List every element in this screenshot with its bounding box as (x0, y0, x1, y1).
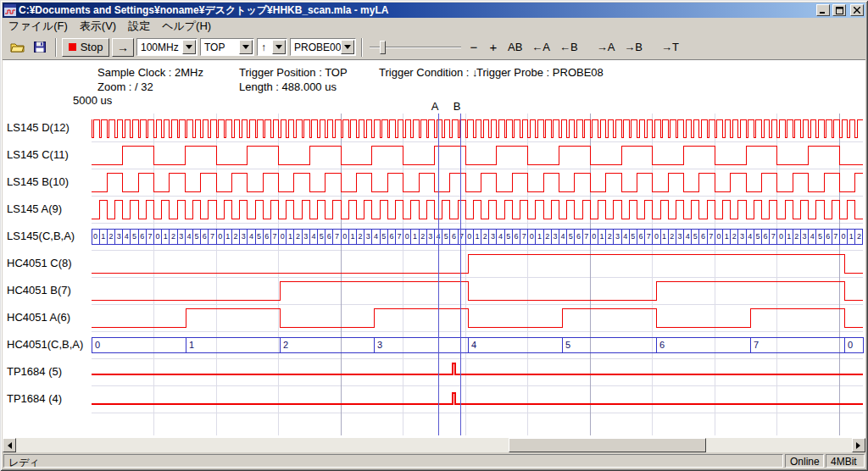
svg-text:1: 1 (288, 232, 292, 241)
svg-text:3: 3 (740, 232, 744, 241)
svg-text:5: 5 (631, 232, 635, 241)
svg-text:B: B (453, 100, 461, 113)
svg-text:4: 4 (686, 232, 690, 241)
svg-text:7: 7 (833, 232, 837, 241)
svg-text:2: 2 (670, 232, 674, 241)
svg-text:6: 6 (826, 232, 830, 241)
svg-text:7: 7 (522, 232, 526, 241)
status-online: Online (785, 454, 824, 468)
svg-text:1: 1 (189, 340, 194, 350)
svg-text:4: 4 (125, 232, 129, 241)
svg-text:4: 4 (498, 232, 503, 241)
svg-text:0: 0 (779, 232, 783, 241)
svg-text:7: 7 (771, 232, 776, 241)
svg-text:6: 6 (659, 340, 665, 350)
svg-text:0: 0 (530, 232, 534, 241)
svg-text:2: 2 (359, 232, 363, 241)
svg-text:6: 6 (203, 232, 207, 241)
scroll-left-button[interactable] (3, 438, 16, 452)
svg-text:0: 0 (842, 232, 846, 241)
svg-text:2: 2 (732, 232, 737, 241)
svg-text:6: 6 (327, 232, 331, 241)
svg-text:5: 5 (132, 232, 136, 241)
svg-text:0: 0 (93, 232, 97, 241)
svg-text:3: 3 (803, 232, 807, 241)
svg-text:3: 3 (615, 232, 620, 241)
scroll-right-button[interactable] (852, 438, 865, 452)
svg-text:7: 7 (398, 232, 402, 241)
app-window: C:¥Documents and Settings¥noname¥デスクトップ¥… (0, 0, 868, 471)
svg-text:3: 3 (377, 340, 382, 350)
svg-text:7: 7 (709, 232, 713, 241)
svg-text:2: 2 (608, 232, 612, 241)
svg-text:2: 2 (171, 232, 175, 241)
svg-text:3: 3 (428, 232, 432, 241)
svg-text:6: 6 (264, 232, 269, 241)
svg-text:4: 4 (374, 232, 378, 241)
svg-text:0: 0 (218, 232, 222, 241)
svg-text:2: 2 (794, 232, 798, 241)
svg-text:2: 2 (857, 232, 861, 241)
svg-text:1: 1 (101, 232, 105, 241)
svg-text:5: 5 (565, 340, 570, 350)
svg-text:4: 4 (186, 232, 191, 241)
svg-text:0: 0 (342, 232, 347, 241)
svg-text:7: 7 (647, 232, 651, 241)
svg-text:0: 0 (848, 340, 853, 350)
svg-text:1: 1 (787, 232, 791, 241)
svg-text:0: 0 (405, 232, 409, 241)
svg-text:2: 2 (545, 232, 549, 241)
svg-text:1: 1 (350, 232, 354, 241)
scrollbar-track[interactable] (16, 438, 852, 452)
horizontal-scrollbar[interactable] (3, 438, 865, 452)
svg-text:4: 4 (249, 232, 253, 241)
waveform-canvas[interactable]: 0123456701234567012345670123456701234567… (0, 0, 868, 471)
svg-text:3: 3 (303, 232, 308, 241)
svg-text:7: 7 (273, 232, 277, 241)
status-memory: 4MBit (826, 454, 865, 468)
svg-text:5: 5 (569, 232, 573, 241)
svg-text:4: 4 (623, 232, 627, 241)
svg-text:3: 3 (179, 232, 183, 241)
svg-text:0: 0 (95, 340, 100, 350)
svg-text:2: 2 (420, 232, 425, 241)
svg-text:5: 5 (444, 232, 448, 241)
svg-text:6: 6 (514, 232, 518, 241)
status-ready: レディ (3, 454, 783, 468)
svg-text:1: 1 (600, 232, 604, 241)
svg-text:1: 1 (849, 232, 854, 241)
svg-text:6: 6 (576, 232, 581, 241)
svg-text:6: 6 (701, 232, 705, 241)
svg-text:0: 0 (592, 232, 596, 241)
svg-text:5: 5 (381, 232, 386, 241)
svg-text:3: 3 (242, 232, 246, 241)
svg-text:7: 7 (584, 232, 588, 241)
svg-text:3: 3 (553, 232, 557, 241)
svg-text:0: 0 (716, 232, 721, 241)
svg-text:7: 7 (335, 232, 339, 241)
svg-text:1: 1 (725, 232, 729, 241)
triangle-right-icon (856, 442, 864, 449)
svg-text:1: 1 (225, 232, 230, 241)
svg-text:3: 3 (117, 232, 121, 241)
svg-text:3: 3 (491, 232, 495, 241)
svg-text:0: 0 (156, 232, 160, 241)
svg-text:5: 5 (257, 232, 261, 241)
svg-text:1: 1 (662, 232, 666, 241)
svg-text:5: 5 (195, 232, 199, 241)
svg-text:5: 5 (506, 232, 510, 241)
statusbar: レディ Online 4MBit (3, 452, 865, 468)
svg-text:6: 6 (639, 232, 643, 241)
svg-text:3: 3 (677, 232, 682, 241)
scrollbar-thumb[interactable] (509, 438, 706, 452)
svg-text:1: 1 (413, 232, 417, 241)
svg-text:1: 1 (537, 232, 542, 241)
triangle-left-icon (4, 442, 12, 449)
svg-text:4: 4 (311, 232, 315, 241)
svg-text:2: 2 (234, 232, 238, 241)
svg-text:7: 7 (754, 340, 759, 350)
svg-text:6: 6 (764, 232, 768, 241)
svg-text:3: 3 (366, 232, 370, 241)
svg-text:6: 6 (389, 232, 393, 241)
svg-text:5: 5 (320, 232, 324, 241)
